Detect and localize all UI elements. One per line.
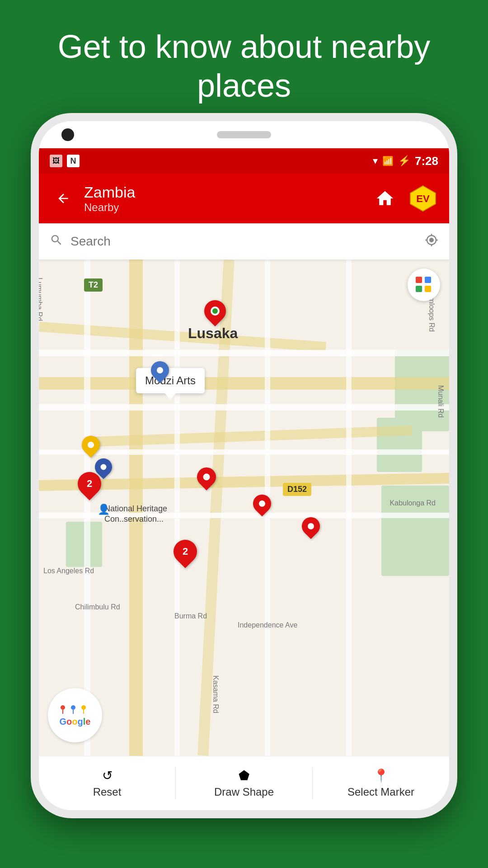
road-label-losangeles: Los Angeles Rd (43, 567, 94, 575)
google-text: Google (60, 717, 91, 727)
battery-icon: ⚡ (398, 155, 410, 167)
grid-sq-yellow (425, 286, 431, 292)
white-road-1 (39, 350, 449, 356)
marker-numbered-1[interactable]: 2 (78, 472, 101, 495)
road-label-kasama: Kasama Rd (211, 675, 220, 713)
search-icon (50, 233, 63, 250)
svg-point-4 (71, 705, 75, 710)
app-bar-actions: EV (370, 183, 438, 214)
app-bar-title: Zambia Nearby (84, 184, 370, 214)
white-road-v4 (346, 259, 352, 756)
white-road-3 (39, 449, 449, 455)
photo-status-icon: 🖼 (50, 155, 62, 167)
app-title: Zambia (84, 184, 370, 201)
reset-icon: ↺ (102, 768, 113, 783)
grid-sq-blue (425, 277, 431, 283)
bottom-nav: ↺ Reset ⬟ Draw Shape 📍 Select Marker (39, 756, 449, 810)
nav-reset[interactable]: ↺ Reset (39, 756, 175, 810)
modzi-arts-tooltip[interactable]: Modzi Arts (136, 368, 205, 393)
road-horizontal-1 (39, 377, 449, 390)
heritage-icon: 👤 (98, 504, 110, 515)
marker-yellow[interactable] (82, 436, 100, 454)
phone-frame: 🖼 N ▾ 📶 ⚡ 7:28 Zambia Nearby (31, 113, 457, 818)
grid-sq-green (416, 286, 422, 292)
reset-label: Reset (93, 786, 122, 798)
svg-point-6 (81, 705, 86, 710)
marker-numbered-2[interactable]: 2 (174, 540, 197, 563)
road-label-kabulonga: Kabulonga Rd (390, 499, 436, 507)
search-input[interactable] (70, 234, 425, 249)
white-road-2 (39, 404, 449, 410)
status-bar: 🖼 N ▾ 📶 ⚡ 7:28 (39, 148, 449, 174)
phone-inner: 🖼 N ▾ 📶 ⚡ 7:28 Zambia Nearby (39, 121, 449, 810)
google-logo: Google (48, 688, 102, 742)
location-icon[interactable] (425, 233, 438, 250)
white-road-v1 (84, 259, 90, 756)
road-label-burma: Burma Rd (174, 612, 207, 620)
headline: Get to know about nearby places (0, 27, 488, 105)
time-display: 7:28 (415, 154, 438, 168)
road-label-lumumba: Lumumba Rd (39, 278, 43, 321)
status-left: 🖼 N (50, 155, 80, 167)
marker-red-3[interactable] (253, 495, 271, 513)
phone-notch (39, 121, 449, 148)
wifi-icon: ▾ (373, 155, 378, 167)
road-label-chilimbulu: Chilimbulu Rd (75, 603, 120, 611)
grid-sq-red (416, 277, 422, 283)
grid-button[interactable] (408, 269, 440, 301)
nav-select-marker[interactable]: 📍 Select Marker (313, 756, 449, 810)
svg-point-2 (61, 705, 65, 710)
city-label: Lusaka (188, 325, 238, 342)
search-bar (39, 223, 449, 259)
home-button[interactable] (370, 183, 400, 214)
select-marker-icon: 📍 (373, 768, 389, 783)
marker-blue-1[interactable] (151, 361, 169, 379)
select-marker-label: Select Marker (347, 786, 414, 798)
national-heritage-label: National Heritage Con..servation... (104, 504, 186, 525)
marker-red-4[interactable] (302, 517, 320, 535)
svg-text:EV: EV (416, 193, 430, 204)
n-status-icon: N (67, 155, 80, 167)
speaker (217, 131, 271, 138)
road-label-independence: Independence Ave (238, 621, 297, 629)
draw-shape-label: Draw Shape (214, 786, 274, 798)
marker-red-2[interactable] (197, 467, 216, 486)
road-label-munali: Munali Rd (436, 385, 445, 418)
draw-shape-icon: ⬟ (239, 768, 249, 783)
grid-squares (416, 277, 432, 293)
app-subtitle: Nearby (84, 201, 370, 214)
ev-logo-button[interactable]: EV (408, 183, 438, 214)
back-button[interactable] (50, 185, 77, 212)
map-area[interactable]: Lumumba Rd Los Angeles Rd Chilimbulu Rd … (39, 259, 449, 756)
signal-icon: 📶 (382, 156, 394, 166)
nav-draw-shape[interactable]: ⬟ Draw Shape (176, 756, 312, 810)
marker-lusaka-main[interactable] (192, 300, 216, 327)
app-bar: Zambia Nearby EV (39, 174, 449, 223)
camera (61, 128, 74, 141)
status-right: ▾ 📶 ⚡ 7:28 (373, 154, 438, 168)
road-badge-d152: D152 (283, 483, 311, 496)
road-badge-t2: T2 (84, 278, 103, 292)
